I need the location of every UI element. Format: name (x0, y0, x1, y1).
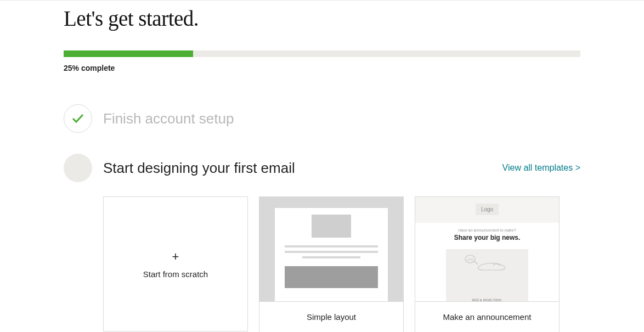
announce-caption: Make an announcement (415, 301, 559, 332)
step-design-email: Start designing your first email View al… (64, 154, 580, 182)
preview-footer-block (285, 266, 378, 288)
template-cards: + Start from scratch Simple layout Logo (103, 196, 580, 332)
preview-text-line (302, 256, 360, 258)
page-title: Let's get started. (64, 6, 580, 31)
announce-preview: Logo Have an announcement to make? Share… (415, 197, 559, 301)
logo-badge: Logo (476, 204, 499, 215)
step-pending-circle (64, 154, 92, 182)
doodle-icon: 10% (446, 254, 528, 272)
simple-caption: Simple layout (259, 301, 403, 332)
scratch-label: Start from scratch (143, 269, 208, 279)
step-design-email-label: Start designing your first email (103, 160, 502, 177)
checkmark-icon (71, 113, 84, 124)
photo-placeholder: 10% Add a photo here. (446, 249, 528, 301)
preview-image-block (312, 215, 351, 238)
svg-text:10%: 10% (467, 258, 474, 261)
preview-text-line (285, 251, 378, 253)
photo-label: Add a photo here. (472, 298, 502, 301)
step-finish-setup[interactable]: Finish account setup (64, 104, 580, 133)
preview-text-line (285, 245, 378, 247)
progress-fill (64, 50, 193, 57)
checkmark-circle (64, 104, 92, 133)
template-card-announce[interactable]: Logo Have an announcement to make? Share… (415, 196, 560, 332)
template-card-scratch[interactable]: + Start from scratch (103, 196, 248, 331)
plus-icon: + (172, 250, 179, 264)
announce-small-text: Have an announcement to make? (458, 228, 516, 232)
simple-preview (259, 197, 403, 301)
step-finish-setup-label: Finish account setup (103, 110, 580, 127)
progress-bar (64, 50, 580, 57)
progress-label: 25% complete (64, 64, 580, 72)
view-all-templates-link[interactable]: View all templates > (502, 163, 580, 173)
template-card-simple[interactable]: Simple layout (259, 196, 404, 332)
announce-big-text: Share your big news. (454, 234, 521, 241)
